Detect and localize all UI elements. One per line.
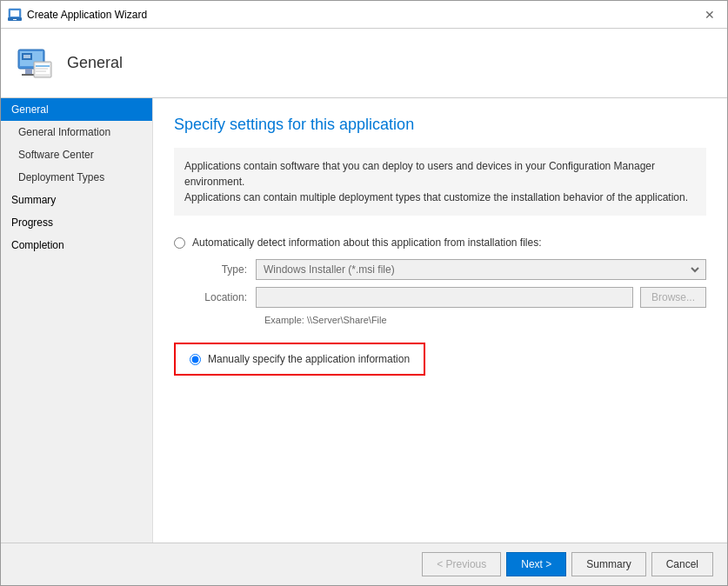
main-content: Specify settings for this application Ap… [153, 98, 727, 543]
example-text: Example: \\Server\Share\File [264, 315, 706, 325]
type-dropdown-container[interactable]: Windows Installer (*.msi file) [256, 259, 706, 280]
main-title: Specify settings for this application [174, 116, 706, 134]
sidebar-item-general[interactable]: General [1, 98, 152, 121]
auto-detect-option: Automatically detect information about t… [174, 236, 706, 249]
header-icon [15, 43, 57, 84]
location-row: Location: Browse... [195, 287, 706, 308]
auto-detect-radio[interactable] [174, 237, 185, 249]
description-box: Applications contain software that you c… [174, 148, 706, 216]
close-button[interactable]: ✕ [699, 4, 720, 25]
title-bar: Create Application Wizard ✕ [1, 1, 727, 29]
options-section: Automatically detect information about t… [174, 236, 706, 376]
type-label: Type: [195, 263, 256, 276]
svg-rect-1 [10, 10, 19, 17]
svg-rect-8 [25, 69, 32, 74]
description-line2: Applications can contain multiple deploy… [184, 191, 688, 203]
header-title: General [67, 54, 123, 72]
location-input[interactable] [256, 287, 633, 308]
manual-label[interactable]: Manually specify the application informa… [208, 353, 410, 365]
type-select[interactable]: Windows Installer (*.msi file) [260, 260, 702, 279]
auto-detect-form: Type: Windows Installer (*.msi file) Loc… [195, 259, 706, 325]
cancel-button[interactable]: Cancel [651, 552, 713, 576]
auto-detect-label[interactable]: Automatically detect information about t… [192, 236, 542, 249]
sidebar-item-progress[interactable]: Progress [1, 211, 152, 234]
manual-option-box: Manually specify the application informa… [174, 343, 425, 376]
wizard-header: General [1, 29, 727, 98]
sidebar-item-summary[interactable]: Summary [1, 189, 152, 211]
window-icon [8, 8, 22, 22]
browse-button[interactable]: Browse... [640, 287, 706, 308]
svg-rect-7 [23, 55, 30, 58]
window-title: Create Application Wizard [27, 9, 699, 21]
previous-button[interactable]: < Previous [422, 552, 501, 576]
sidebar-item-completion[interactable]: Completion [1, 234, 152, 256]
sidebar-item-general-information[interactable]: General Information [1, 121, 152, 143]
next-button[interactable]: Next > [506, 552, 566, 576]
footer: < Previous Next > Summary Cancel [1, 543, 727, 585]
wizard-window: Create Application Wizard ✕ General [0, 0, 728, 586]
summary-button[interactable]: Summary [571, 552, 645, 576]
type-row: Type: Windows Installer (*.msi file) [195, 259, 706, 280]
location-label: Location: [195, 291, 256, 303]
svg-rect-3 [13, 19, 17, 20]
sidebar-item-software-center[interactable]: Software Center [1, 143, 152, 166]
manual-radio[interactable] [190, 354, 201, 365]
sidebar: General General Information Software Cen… [1, 98, 153, 543]
sidebar-item-deployment-types[interactable]: Deployment Types [1, 166, 152, 189]
description-line1: Applications contain software that you c… [184, 160, 655, 188]
content-area: General General Information Software Cen… [1, 98, 727, 543]
